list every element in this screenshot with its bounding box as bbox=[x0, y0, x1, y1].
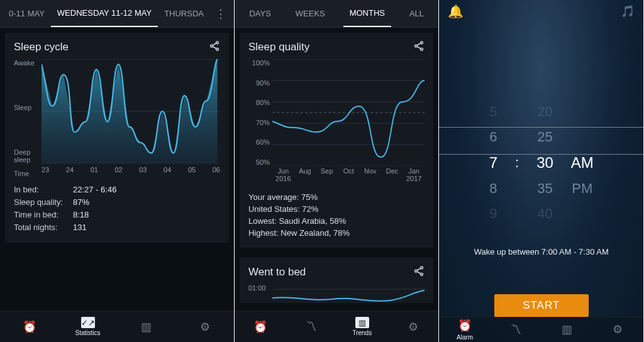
share-icon[interactable] bbox=[413, 40, 425, 54]
nav-alarm[interactable]: ⏰Alarm bbox=[439, 319, 490, 341]
sleep-quality-chart: 100% 90% 80% 70% 60% 50% Jun 2016 A bbox=[248, 59, 425, 185]
nav-alarm[interactable]: ⏰ bbox=[235, 320, 286, 334]
svg-line-12 bbox=[417, 47, 421, 49]
card-title: Sleep cycle bbox=[14, 41, 69, 53]
y-label: 50% bbox=[248, 158, 270, 166]
x-label: Sep bbox=[316, 167, 338, 185]
went-to-bed-card: Went to bed 01:00 bbox=[240, 258, 434, 303]
overflow-menu-icon[interactable]: ⋮ bbox=[210, 7, 231, 21]
y-label: 70% bbox=[248, 119, 270, 126]
info-us: United States: 72% bbox=[248, 204, 425, 214]
y-label: 80% bbox=[248, 99, 270, 106]
bottom-nav: ⏰ ✓↗Statistics ▥ ⚙ bbox=[0, 311, 234, 342]
svg-line-3 bbox=[213, 43, 216, 46]
trends-icon: ▥ bbox=[562, 323, 572, 336]
stat-label: Time in bed: bbox=[14, 210, 73, 219]
statistics-icon: 〽 bbox=[510, 323, 521, 336]
x-label: Jan 2017 bbox=[403, 167, 425, 185]
stat-value: 8:18 bbox=[73, 210, 89, 219]
y-label: 60% bbox=[248, 138, 270, 146]
svg-line-4 bbox=[213, 47, 216, 49]
picker-option[interactable]: 5 bbox=[489, 104, 497, 120]
svg-line-24 bbox=[417, 272, 421, 274]
picker-selected-minute[interactable]: 30 bbox=[536, 154, 553, 172]
tab-days[interactable]: DAYS bbox=[243, 0, 277, 27]
bottom-nav: ⏰Alarm 〽 ▥ ⚙ bbox=[439, 317, 643, 342]
time-axis-label: Time bbox=[14, 170, 29, 177]
picker-option[interactable]: 40 bbox=[537, 206, 552, 222]
nav-settings[interactable]: ⚙ bbox=[592, 323, 643, 336]
nav-trends[interactable]: ▥ bbox=[117, 320, 175, 334]
bell-icon[interactable]: 🔔 bbox=[448, 4, 464, 19]
tab-all[interactable]: ALL bbox=[403, 0, 430, 27]
time-picker[interactable]: 5 6 7 8 9 : 20 25 30 35 40 XX XX AM PM X… bbox=[439, 60, 643, 222]
alarm-clock-icon: ⏰ bbox=[23, 320, 36, 334]
tab-next-day[interactable]: THURSDA bbox=[158, 0, 210, 27]
svg-line-23 bbox=[417, 268, 421, 271]
info-average: Your average: 75% bbox=[248, 192, 425, 202]
nav-statistics[interactable]: ✓↗Statistics bbox=[58, 317, 117, 336]
alarm-top-bar: 🔔 🎵 bbox=[439, 0, 643, 22]
tab-current-day[interactable]: WEDNESDAY 11-12 MAY bbox=[51, 0, 158, 27]
y-label: Deep sleep bbox=[14, 148, 39, 163]
picker-minute-col[interactable]: 20 25 30 35 40 bbox=[536, 104, 553, 222]
share-icon[interactable] bbox=[209, 40, 220, 54]
tab-weeks[interactable]: WEEKS bbox=[289, 0, 331, 27]
picker-option[interactable]: 9 bbox=[489, 206, 497, 222]
info-lowest: Lowest: Saudi Arabia, 58% bbox=[248, 216, 425, 226]
nav-trends[interactable]: ▥ bbox=[541, 323, 592, 336]
tab-prev-day[interactable]: 0-11 MAY bbox=[3, 0, 51, 27]
screen-trends: DAYS WEEKS MONTHS ALL Sleep quality 100%… bbox=[235, 0, 440, 342]
nav-settings[interactable]: ⚙ bbox=[175, 320, 234, 334]
wake-up-text: Wake up between 7:00 AM - 7:30 AM bbox=[439, 247, 643, 256]
picker-selected-ampm[interactable]: AM bbox=[571, 154, 594, 172]
nav-statistics[interactable]: 〽 bbox=[491, 323, 541, 336]
x-label: 06 bbox=[213, 166, 220, 179]
gear-icon: ⚙ bbox=[408, 320, 418, 334]
nav-label: Trends bbox=[352, 329, 372, 336]
card-title: Went to bed bbox=[248, 266, 306, 279]
x-label: Nov bbox=[360, 167, 382, 185]
sleep-cycle-card: Sleep cycle Awake Sleep Deep sleep Time bbox=[5, 33, 229, 243]
picker-option[interactable]: 20 bbox=[537, 104, 552, 120]
range-tabs: DAYS WEEKS MONTHS ALL bbox=[235, 0, 439, 28]
y-label: Sleep bbox=[14, 104, 39, 111]
stat-value: 22:27 - 6:46 bbox=[73, 185, 116, 194]
picker-option[interactable]: 6 bbox=[489, 129, 497, 145]
alarm-clock-icon: ⏰ bbox=[253, 320, 267, 334]
stat-value: 131 bbox=[73, 223, 87, 232]
picker-option[interactable]: 25 bbox=[537, 129, 552, 145]
svg-line-11 bbox=[417, 43, 421, 46]
stat-label: Total nights: bbox=[14, 223, 73, 232]
screen-statistics: 0-11 MAY WEDNESDAY 11-12 MAY THURSDA ⋮ S… bbox=[0, 0, 235, 342]
picker-option[interactable]: PM bbox=[572, 180, 592, 197]
sleep-quality-card: Sleep quality 100% 90% 80% 70% 60% 50% bbox=[240, 33, 434, 248]
nav-alarm[interactable]: ⏰ bbox=[0, 320, 58, 334]
nav-statistics[interactable]: 〽 bbox=[286, 320, 336, 333]
gear-icon: ⚙ bbox=[200, 320, 210, 334]
trends-icon: ▥ bbox=[141, 320, 152, 334]
statistics-icon: 〽 bbox=[306, 320, 317, 333]
x-label: 23 bbox=[42, 166, 49, 179]
y-label: 90% bbox=[248, 79, 270, 87]
stat-label: In bed: bbox=[14, 185, 73, 194]
x-label: 01 bbox=[91, 166, 98, 179]
picker-hour-col[interactable]: 5 6 7 8 9 bbox=[489, 104, 497, 222]
picker-option[interactable]: 35 bbox=[537, 180, 552, 197]
picker-selected-hour[interactable]: 7 bbox=[489, 154, 497, 172]
start-button[interactable]: START bbox=[494, 294, 589, 316]
x-label: Aug bbox=[294, 167, 316, 185]
nav-settings[interactable]: ⚙ bbox=[387, 320, 438, 334]
picker-ampm-col[interactable]: XX XX AM PM XX bbox=[571, 104, 594, 222]
sleep-stats: In bed:22:27 - 6:46 Sleep quality:87% Ti… bbox=[14, 185, 220, 232]
music-icon[interactable]: 🎵 bbox=[621, 4, 635, 18]
picker-option[interactable]: 8 bbox=[489, 180, 497, 197]
stat-label: Sleep quality: bbox=[14, 197, 73, 207]
screen-alarm: 🔔 🎵 5 6 7 8 9 : 20 25 30 35 40 XX XX bbox=[439, 0, 644, 342]
sleep-cycle-chart: Awake Sleep Deep sleep Time 23 bbox=[14, 59, 220, 179]
tab-months[interactable]: MONTHS bbox=[343, 0, 391, 27]
x-label: Jun 2016 bbox=[272, 167, 294, 185]
nav-trends[interactable]: ▥Trends bbox=[336, 317, 387, 336]
bottom-nav: ⏰ 〽 ▥Trends ⚙ bbox=[235, 311, 439, 342]
share-icon[interactable] bbox=[413, 265, 425, 279]
